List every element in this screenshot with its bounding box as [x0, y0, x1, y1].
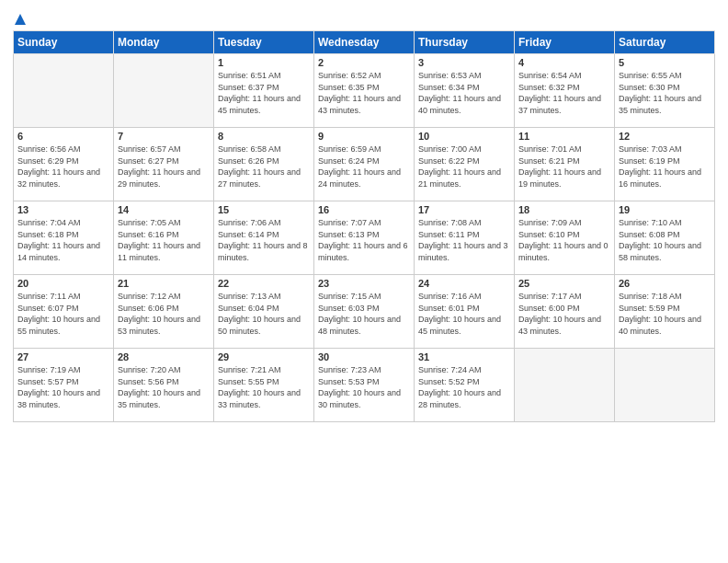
day-number: 15	[218, 204, 310, 215]
day-cell: 24Sunrise: 7:16 AM Sunset: 6:01 PM Dayli…	[415, 275, 515, 349]
day-cell: 23Sunrise: 7:15 AM Sunset: 6:03 PM Dayli…	[314, 275, 415, 349]
day-number: 30	[318, 351, 410, 362]
day-cell: 2Sunrise: 6:52 AM Sunset: 6:35 PM Daylig…	[314, 54, 415, 128]
day-info: Sunrise: 7:18 AM Sunset: 5:59 PM Dayligh…	[619, 291, 711, 337]
day-header-monday: Monday	[114, 31, 214, 54]
day-number: 9	[318, 131, 410, 142]
day-number: 13	[17, 204, 109, 215]
day-cell: 26Sunrise: 7:18 AM Sunset: 5:59 PM Dayli…	[615, 275, 715, 349]
day-info: Sunrise: 6:58 AM Sunset: 6:26 PM Dayligh…	[218, 144, 310, 190]
day-cell: 3Sunrise: 6:53 AM Sunset: 6:34 PM Daylig…	[415, 54, 515, 128]
day-header-thursday: Thursday	[415, 31, 515, 54]
day-info: Sunrise: 7:07 AM Sunset: 6:13 PM Dayligh…	[318, 217, 410, 263]
day-cell: 19Sunrise: 7:10 AM Sunset: 6:08 PM Dayli…	[615, 201, 715, 275]
day-info: Sunrise: 6:59 AM Sunset: 6:24 PM Dayligh…	[318, 144, 410, 190]
day-number: 19	[619, 204, 711, 215]
day-info: Sunrise: 7:19 AM Sunset: 5:57 PM Dayligh…	[17, 364, 109, 410]
days-header-row: SundayMondayTuesdayWednesdayThursdayFrid…	[14, 31, 715, 54]
day-cell: 17Sunrise: 7:08 AM Sunset: 6:11 PM Dayli…	[415, 201, 515, 275]
day-cell: 31Sunrise: 7:24 AM Sunset: 5:52 PM Dayli…	[415, 349, 515, 422]
day-info: Sunrise: 7:00 AM Sunset: 6:22 PM Dayligh…	[418, 144, 510, 190]
day-info: Sunrise: 7:20 AM Sunset: 5:56 PM Dayligh…	[118, 364, 210, 410]
day-number: 2	[318, 57, 410, 68]
day-info: Sunrise: 7:08 AM Sunset: 6:11 PM Dayligh…	[418, 217, 510, 263]
day-header-sunday: Sunday	[14, 31, 114, 54]
day-cell: 9Sunrise: 6:59 AM Sunset: 6:24 PM Daylig…	[314, 128, 415, 201]
day-info: Sunrise: 7:09 AM Sunset: 6:10 PM Dayligh…	[518, 217, 610, 263]
day-info: Sunrise: 7:03 AM Sunset: 6:19 PM Dayligh…	[619, 144, 711, 190]
day-header-saturday: Saturday	[615, 31, 715, 54]
day-cell: 6Sunrise: 6:56 AM Sunset: 6:29 PM Daylig…	[14, 128, 114, 201]
logo	[13, 13, 27, 27]
day-number: 1	[218, 57, 310, 68]
day-cell: 8Sunrise: 6:58 AM Sunset: 6:26 PM Daylig…	[214, 128, 314, 201]
week-row-2: 13Sunrise: 7:04 AM Sunset: 6:18 PM Dayli…	[14, 201, 715, 275]
day-number: 14	[118, 204, 210, 215]
day-number: 24	[418, 278, 510, 289]
logo-icon	[14, 13, 27, 29]
day-info: Sunrise: 7:01 AM Sunset: 6:21 PM Dayligh…	[518, 144, 610, 190]
day-cell: 12Sunrise: 7:03 AM Sunset: 6:19 PM Dayli…	[615, 128, 715, 201]
day-cell	[114, 54, 214, 128]
day-number: 18	[518, 204, 610, 215]
day-cell: 10Sunrise: 7:00 AM Sunset: 6:22 PM Dayli…	[415, 128, 515, 201]
day-number: 6	[17, 131, 109, 142]
day-number: 31	[418, 351, 510, 362]
day-cell: 30Sunrise: 7:23 AM Sunset: 5:53 PM Dayli…	[314, 349, 415, 422]
day-number: 3	[418, 57, 510, 68]
day-number: 17	[418, 204, 510, 215]
day-number: 7	[118, 131, 210, 142]
day-info: Sunrise: 6:55 AM Sunset: 6:30 PM Dayligh…	[619, 70, 711, 116]
day-cell: 1Sunrise: 6:51 AM Sunset: 6:37 PM Daylig…	[214, 54, 314, 128]
day-number: 5	[619, 57, 711, 68]
day-cell	[515, 349, 615, 422]
header	[13, 9, 715, 27]
day-number: 8	[218, 131, 310, 142]
day-cell: 4Sunrise: 6:54 AM Sunset: 6:32 PM Daylig…	[515, 54, 615, 128]
day-header-tuesday: Tuesday	[214, 31, 314, 54]
day-number: 16	[318, 204, 410, 215]
day-info: Sunrise: 7:13 AM Sunset: 6:04 PM Dayligh…	[218, 291, 310, 337]
day-cell: 27Sunrise: 7:19 AM Sunset: 5:57 PM Dayli…	[14, 349, 114, 422]
day-cell: 22Sunrise: 7:13 AM Sunset: 6:04 PM Dayli…	[214, 275, 314, 349]
day-info: Sunrise: 7:15 AM Sunset: 6:03 PM Dayligh…	[318, 291, 410, 337]
week-row-0: 1Sunrise: 6:51 AM Sunset: 6:37 PM Daylig…	[14, 54, 715, 128]
day-cell: 14Sunrise: 7:05 AM Sunset: 6:16 PM Dayli…	[114, 201, 214, 275]
day-info: Sunrise: 6:51 AM Sunset: 6:37 PM Dayligh…	[218, 70, 310, 116]
day-cell: 28Sunrise: 7:20 AM Sunset: 5:56 PM Dayli…	[114, 349, 214, 422]
day-info: Sunrise: 7:17 AM Sunset: 6:00 PM Dayligh…	[518, 291, 610, 337]
day-info: Sunrise: 6:52 AM Sunset: 6:35 PM Dayligh…	[318, 70, 410, 116]
day-info: Sunrise: 7:10 AM Sunset: 6:08 PM Dayligh…	[619, 217, 711, 263]
day-cell: 18Sunrise: 7:09 AM Sunset: 6:10 PM Dayli…	[515, 201, 615, 275]
day-number: 22	[218, 278, 310, 289]
day-number: 27	[17, 351, 109, 362]
day-info: Sunrise: 7:12 AM Sunset: 6:06 PM Dayligh…	[118, 291, 210, 337]
day-cell: 7Sunrise: 6:57 AM Sunset: 6:27 PM Daylig…	[114, 128, 214, 201]
day-info: Sunrise: 6:57 AM Sunset: 6:27 PM Dayligh…	[118, 144, 210, 190]
calendar-table: SundayMondayTuesdayWednesdayThursdayFrid…	[13, 30, 715, 422]
day-info: Sunrise: 6:54 AM Sunset: 6:32 PM Dayligh…	[518, 70, 610, 116]
day-cell: 16Sunrise: 7:07 AM Sunset: 6:13 PM Dayli…	[314, 201, 415, 275]
week-row-1: 6Sunrise: 6:56 AM Sunset: 6:29 PM Daylig…	[14, 128, 715, 201]
day-number: 4	[518, 57, 610, 68]
day-info: Sunrise: 7:23 AM Sunset: 5:53 PM Dayligh…	[318, 364, 410, 410]
day-number: 28	[118, 351, 210, 362]
svg-marker-0	[15, 14, 26, 25]
page-container: SundayMondayTuesdayWednesdayThursdayFrid…	[0, 0, 728, 428]
day-number: 11	[518, 131, 610, 142]
week-row-4: 27Sunrise: 7:19 AM Sunset: 5:57 PM Dayli…	[14, 349, 715, 422]
day-info: Sunrise: 6:53 AM Sunset: 6:34 PM Dayligh…	[418, 70, 510, 116]
day-number: 21	[118, 278, 210, 289]
day-header-wednesday: Wednesday	[314, 31, 415, 54]
day-cell: 29Sunrise: 7:21 AM Sunset: 5:55 PM Dayli…	[214, 349, 314, 422]
day-cell	[14, 54, 114, 128]
day-info: Sunrise: 7:05 AM Sunset: 6:16 PM Dayligh…	[118, 217, 210, 263]
day-cell: 13Sunrise: 7:04 AM Sunset: 6:18 PM Dayli…	[14, 201, 114, 275]
day-info: Sunrise: 6:56 AM Sunset: 6:29 PM Dayligh…	[17, 144, 109, 190]
day-number: 10	[418, 131, 510, 142]
day-number: 12	[619, 131, 711, 142]
day-number: 26	[619, 278, 711, 289]
day-cell: 25Sunrise: 7:17 AM Sunset: 6:00 PM Dayli…	[515, 275, 615, 349]
day-cell: 20Sunrise: 7:11 AM Sunset: 6:07 PM Dayli…	[14, 275, 114, 349]
day-info: Sunrise: 7:04 AM Sunset: 6:18 PM Dayligh…	[17, 217, 109, 263]
